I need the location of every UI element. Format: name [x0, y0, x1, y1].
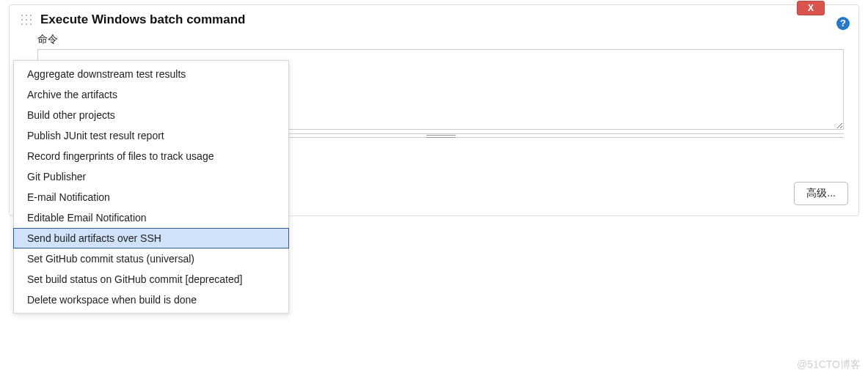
dropdown-item[interactable]: E-mail Notification [14, 187, 288, 207]
dropdown-item[interactable]: Send build artifacts over SSH [13, 228, 289, 248]
card-title: Execute Windows batch command [40, 12, 245, 27]
dropdown-item[interactable]: Aggregate downstream test results [14, 64, 288, 84]
dropdown-item[interactable]: Delete workspace when build is done [14, 290, 288, 310]
dropdown-item[interactable]: Set GitHub commit status (universal) [14, 248, 288, 269]
dropdown-item[interactable]: Record fingerprints of files to track us… [14, 146, 288, 166]
dropdown-item[interactable]: Set build status on GitHub commit [depre… [14, 269, 288, 290]
close-button[interactable]: X [797, 1, 825, 15]
command-field-label: 命令 [37, 33, 848, 46]
dropdown-item[interactable]: Publish JUnit test result report [14, 125, 288, 146]
drag-handle-icon[interactable] [20, 13, 33, 26]
dropdown-item[interactable]: Build other projects [14, 105, 288, 125]
dropdown-item[interactable]: Archive the artifacts [14, 84, 288, 105]
help-icon[interactable]: ? [836, 17, 850, 30]
card-header: Execute Windows batch command [20, 12, 848, 27]
dropdown-item[interactable]: Editable Email Notification [14, 207, 288, 228]
post-build-actions-dropdown[interactable]: Aggregate downstream test resultsArchive… [13, 60, 289, 314]
advanced-button[interactable]: 高级... [794, 182, 848, 205]
watermark: @51CTO博客 [797, 358, 861, 372]
dropdown-item[interactable]: Git Publisher [14, 166, 288, 187]
